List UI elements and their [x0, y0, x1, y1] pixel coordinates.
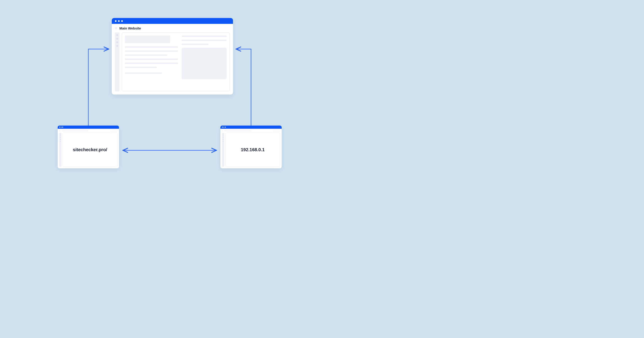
sidebar-dot	[60, 137, 61, 138]
traffic-light-dot	[115, 20, 116, 22]
left-body: sitechecker.pro/	[58, 133, 119, 168]
toolbar-button	[111, 130, 118, 132]
sidebar-dot	[116, 41, 118, 43]
left-window-text: sitechecker.pro/	[73, 147, 107, 152]
sidebar-dot	[60, 139, 61, 140]
skeleton-line	[125, 72, 162, 74]
sidebar-dot	[116, 38, 118, 40]
left-content-area: sitechecker.pro/	[63, 133, 118, 167]
skeleton-line	[125, 67, 157, 68]
sidebar-dot	[116, 45, 118, 47]
right-browser-window: 192.168.0.1	[220, 126, 282, 168]
main-content	[112, 32, 233, 95]
main-website-window: Main Website	[112, 18, 233, 95]
skeleton-line	[125, 63, 178, 64]
skeleton-line	[125, 46, 178, 48]
traffic-light-dot	[118, 20, 120, 22]
main-sidebar	[115, 32, 120, 91]
right-titlebar	[220, 126, 282, 129]
main-area	[122, 32, 230, 91]
traffic-light-dot	[62, 127, 63, 128]
toolbar-circle-icon	[59, 130, 60, 131]
main-left-column	[125, 35, 178, 88]
left-mini-sidebar	[59, 133, 62, 167]
toolbar-button	[273, 130, 280, 132]
main-titlebar	[112, 18, 233, 24]
traffic-light-dot	[59, 127, 60, 128]
diagram-container: Main Website	[0, 0, 344, 180]
right-mini-sidebar	[222, 133, 224, 167]
skeleton-image	[182, 48, 227, 79]
main-right-column	[182, 35, 227, 88]
sidebar-dot	[223, 139, 224, 140]
skeleton-line	[125, 50, 178, 52]
skeleton-line	[125, 54, 168, 56]
left-toolbar	[58, 129, 119, 133]
traffic-light-dot	[222, 127, 223, 128]
skeleton-line	[125, 58, 178, 60]
right-content-area: 192.168.0.1	[225, 133, 280, 167]
toolbar-circle-icon	[222, 130, 223, 131]
arrow-left-to-main	[88, 49, 108, 126]
sidebar-dot	[223, 136, 224, 136]
toolbar-address-bar	[224, 131, 251, 131]
toolbar-address-bar	[62, 131, 88, 131]
main-window-title: Main Website	[120, 26, 141, 30]
left-browser-window: sitechecker.pro/	[58, 126, 119, 168]
right-toolbar	[220, 129, 282, 133]
skeleton-line	[182, 35, 227, 37]
skeleton-line	[182, 40, 227, 41]
sidebar-dot	[223, 134, 224, 135]
sidebar-dot	[60, 141, 61, 142]
right-window-text: 192.168.0.1	[241, 147, 265, 152]
main-label-bar: Main Website	[112, 24, 233, 32]
traffic-light-dot	[61, 127, 62, 128]
sidebar-dot	[60, 136, 61, 136]
tab-circle-icon	[115, 27, 117, 29]
sidebar-dot	[223, 141, 224, 142]
traffic-light-dot	[224, 127, 224, 128]
sidebar-dot	[60, 134, 61, 135]
skeleton-heading	[125, 35, 170, 43]
traffic-light-dot	[121, 20, 123, 22]
right-body: 192.168.0.1	[220, 133, 282, 168]
skeleton-line	[182, 44, 209, 45]
traffic-light-dot	[225, 127, 226, 128]
sidebar-dot	[223, 137, 224, 138]
left-titlebar	[58, 126, 119, 129]
arrow-right-to-main	[236, 49, 251, 126]
sidebar-dot	[116, 34, 118, 36]
